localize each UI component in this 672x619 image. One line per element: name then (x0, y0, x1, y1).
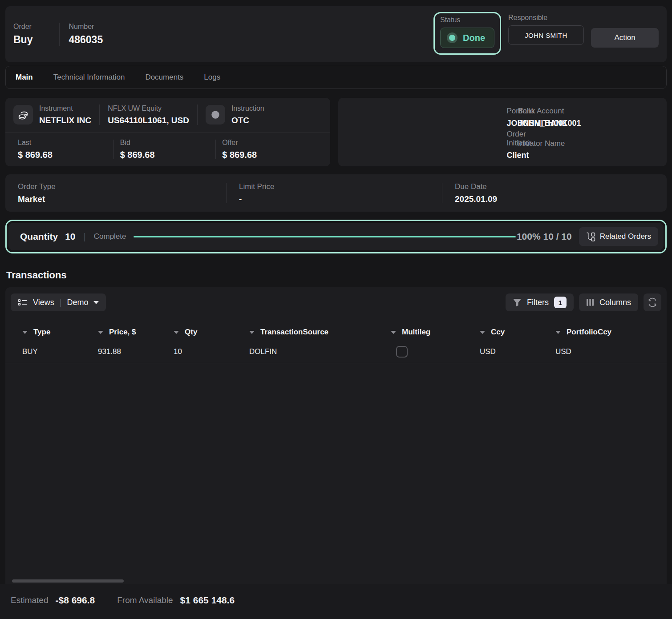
filters-label: Filters (527, 298, 549, 307)
last-value: $ 869.68 (18, 150, 113, 160)
cell-type: BUY (18, 342, 93, 362)
views-icon (18, 298, 28, 307)
order-side-field: Order Buy (13, 23, 32, 46)
quantity-bar: Quantity 10 | Complete 100% 10 / 10 (8, 223, 664, 250)
refresh-icon (648, 297, 657, 307)
views-selected-value: Demo (67, 298, 88, 307)
instruction-label: Instruction (231, 105, 264, 113)
bid-price-field: Bid $ 869.68 (120, 139, 216, 160)
chevron-down-icon (93, 301, 99, 304)
chevron-down-icon[interactable] (391, 331, 396, 334)
chevron-down-icon[interactable] (480, 331, 485, 334)
chevron-down-icon[interactable] (22, 331, 28, 334)
progress-ratio: 10 / 10 (543, 231, 571, 241)
offer-value: $ 869.68 (222, 150, 318, 160)
action-button[interactable]: Action (591, 28, 659, 48)
tab-main[interactable]: Main (16, 73, 33, 82)
isin-value: US64110L1061, USD (108, 116, 189, 125)
chevron-down-icon[interactable] (249, 331, 255, 334)
views-label: Views (33, 298, 54, 307)
table-row[interactable]: BUY 931.88 10 DOLFIN USD USD (5, 342, 667, 362)
tab-logs[interactable]: Logs (204, 73, 220, 82)
quantity-progress-fill (134, 236, 516, 237)
bid-value: $ 869.68 (120, 150, 216, 160)
divider (113, 140, 114, 159)
quantity-progress-text: 100% 10 / 10 (517, 231, 572, 242)
column-header-qty[interactable]: Qty (169, 323, 245, 342)
column-header-ccy[interactable]: Ccy (475, 323, 551, 342)
transactions-table: Type Price, $ Qty TransactionSource Mult… (5, 323, 667, 363)
status-label: Status (440, 16, 494, 24)
responsible-field: Responsible JOHN SMITH (508, 14, 584, 45)
ticker-label: NFLX UW Equity (108, 105, 189, 113)
bid-label: Bid (120, 139, 216, 147)
initiator-name-field: Initiator Name (507, 130, 667, 160)
estimated-value: -$8 696.8 (55, 595, 95, 606)
column-header-transaction-source[interactable]: TransactionSource (245, 323, 386, 342)
horizontal-scrollbar[interactable] (12, 579, 124, 583)
order-type-field: Order Type Market (5, 182, 226, 204)
column-label: Qty (185, 328, 197, 337)
responsible-value[interactable]: JOHN SMITH (508, 25, 584, 45)
table-header-row: Type Price, $ Qty TransactionSource Mult… (5, 323, 667, 342)
status-badge[interactable]: Done (440, 28, 494, 48)
order-side-value: Buy (13, 34, 32, 46)
tab-documents[interactable]: Documents (145, 73, 183, 82)
columns-icon (586, 298, 594, 306)
order-type-label: Order Type (18, 182, 226, 191)
related-orders-label: Related Orders (600, 232, 651, 241)
footer-summary: Estimated -$8 696.8 From Available $1 66… (0, 584, 672, 619)
chevron-down-icon[interactable] (98, 331, 103, 334)
column-label: Type (33, 328, 50, 337)
ticker-field: NFLX UW Equity US64110L1061, USD (108, 105, 189, 125)
multileg-checkbox[interactable] (396, 346, 408, 358)
due-date-value: 2025.01.09 (455, 194, 497, 204)
columns-button[interactable]: Columns (579, 293, 638, 311)
refresh-button[interactable] (644, 293, 661, 311)
due-date-field: Due Date 2025.01.09 (442, 182, 497, 204)
quantity-status: Complete (94, 232, 126, 241)
cell-portfolio-ccy: USD (551, 342, 667, 362)
limit-price-label: Limit Price (239, 182, 442, 191)
cell-price: 931.88 (93, 342, 169, 362)
column-header-type[interactable]: Type (18, 323, 93, 342)
instrument-label: Instrument (39, 105, 91, 113)
order-side-label: Order (13, 23, 32, 31)
column-header-portfolio-ccy[interactable]: PortfolioCcy (551, 323, 667, 342)
divider (5, 363, 667, 363)
views-dropdown[interactable]: Views | Demo (11, 293, 106, 311)
related-orders-icon (586, 232, 595, 241)
status-highlight-ring: Status Done (433, 12, 501, 55)
cell-transaction-source: DOLFIN (245, 342, 386, 362)
column-label: Ccy (491, 328, 505, 337)
filter-funnel-icon (513, 298, 522, 306)
filters-button[interactable]: Filters 1 (506, 293, 574, 311)
chevron-down-icon[interactable] (555, 331, 561, 334)
last-price-field: Last $ 869.68 (18, 139, 113, 160)
instruction-field: Instruction OTC (231, 105, 264, 125)
cell-ccy: USD (475, 342, 551, 362)
bank-account-value: JOHN_BANK001 (518, 119, 667, 128)
related-orders-button[interactable]: Related Orders (579, 227, 658, 246)
initiator-name-label: Initiator Name (518, 139, 667, 148)
chevron-down-icon[interactable] (174, 331, 179, 334)
column-label: PortfolioCcy (567, 328, 611, 337)
transactions-title: Transactions (6, 269, 667, 281)
limit-price-value: - (239, 194, 442, 204)
order-type-value: Market (18, 194, 226, 204)
responsible-label: Responsible (508, 14, 584, 22)
order-number-value: 486035 (69, 34, 103, 46)
column-header-multileg[interactable]: Multileg (386, 323, 475, 342)
quantity-highlight-ring: Quantity 10 | Complete 100% 10 / 10 (5, 220, 667, 253)
account-panel: Portfolio JOHNSMITH001 Bank Account JOHN… (338, 98, 667, 166)
order-details-panel: Order Type Market Limit Price - Due Date… (5, 174, 667, 212)
column-header-price[interactable]: Price, $ (93, 323, 169, 342)
instruction-value: OTC (231, 116, 264, 125)
tab-technical-information[interactable]: Technical Information (53, 73, 125, 82)
tab-bar: Main Technical Information Documents Log… (5, 66, 667, 89)
transactions-toolbar: Views | Demo Filters 1 (5, 293, 667, 311)
status-dot-icon (447, 32, 457, 43)
divider: | (60, 298, 62, 307)
transactions-panel: Views | Demo Filters 1 (5, 287, 667, 584)
order-number-field: Number 486035 (69, 23, 103, 46)
